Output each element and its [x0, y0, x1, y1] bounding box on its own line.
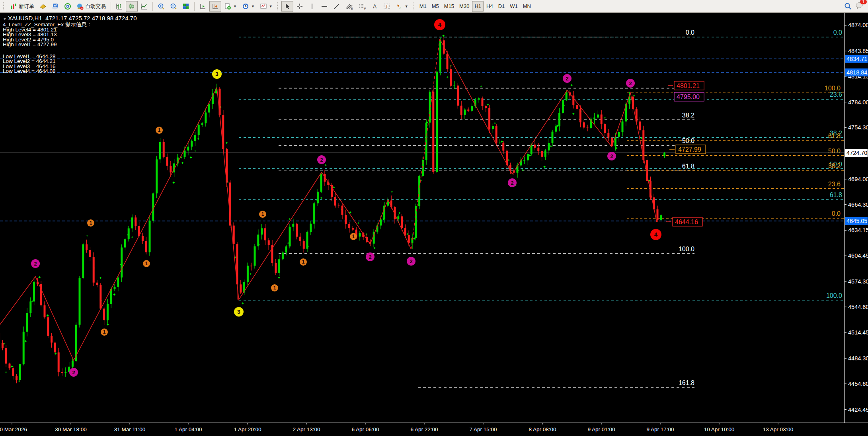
- fib-label: 100.0: [826, 292, 842, 299]
- horizontal-line-tool-button[interactable]: [318, 1, 330, 12]
- candle-body: [562, 100, 564, 113]
- time-axis[interactable]: 30 Mar 202630 Mar 18:0031 Mar 11:001 Apr…: [0, 423, 793, 432]
- tab-timeframe-m30[interactable]: M30: [457, 1, 472, 12]
- fib-set-orange[interactable]: 100.061.850.038.223.60.0: [627, 85, 844, 218]
- price-tick: 4664.30: [848, 201, 868, 208]
- candle-body: [163, 142, 165, 157]
- crosshair-tool-button[interactable]: [294, 1, 306, 12]
- candle-body: [453, 86, 455, 86]
- price-tick: 4574.30: [848, 278, 868, 285]
- svg-text:4: 4: [654, 231, 658, 238]
- candle-body: [607, 133, 609, 138]
- horizontal-line-icon: [321, 3, 328, 10]
- chart-shift-button[interactable]: [209, 1, 221, 12]
- price-tick: 4604.45: [848, 252, 868, 259]
- tile-windows-icon: [182, 3, 189, 10]
- candle-body: [345, 215, 347, 224]
- auto-trading-button[interactable]: 自动交易: [74, 1, 108, 12]
- zoom-out-button[interactable]: [168, 1, 179, 12]
- candle-body: [502, 143, 504, 151]
- candle-body: [5, 348, 7, 364]
- toolbar-grip[interactable]: [413, 2, 415, 10]
- svg-text:1: 1: [273, 285, 276, 291]
- svg-text:4: 4: [438, 21, 442, 28]
- tab-timeframe-mn[interactable]: MN: [521, 1, 533, 12]
- template-icon: [260, 3, 267, 10]
- vertical-line-tool-button[interactable]: [306, 1, 318, 12]
- candle-body: [247, 266, 249, 282]
- svg-text:1: 1: [103, 329, 106, 335]
- candle-body: [201, 123, 203, 125]
- tab-timeframe-w1[interactable]: W1: [507, 1, 520, 12]
- notifications-button[interactable]: 1: [855, 2, 864, 11]
- zigzag-lines: [0, 39, 657, 360]
- toolbar-grip[interactable]: [277, 2, 279, 10]
- candle-body: [482, 98, 484, 106]
- bar-chart-mode-button[interactable]: [113, 1, 125, 12]
- search-icon[interactable]: [844, 2, 852, 10]
- price-chart[interactable]: 0.023.638.250.061.8100.0161.80.023.638.2…: [0, 0, 868, 436]
- chevron-down-icon: ▼: [405, 4, 408, 8]
- candle-body: [82, 244, 84, 278]
- auto-scroll-button[interactable]: [197, 1, 209, 12]
- toolbar-grip[interactable]: [3, 2, 6, 10]
- trendline-tool-button[interactable]: [331, 1, 343, 12]
- fibonacci-tool-button[interactable]: F: [356, 1, 369, 12]
- auto-trading-icon: [76, 3, 84, 10]
- auto-scroll-icon: [199, 3, 207, 10]
- svg-text:3: 3: [215, 71, 218, 77]
- label-tool-button[interactable]: T: [381, 1, 393, 12]
- candle-body: [145, 241, 147, 252]
- tab-timeframe-h1[interactable]: H1: [472, 1, 484, 12]
- tile-windows-button[interactable]: [180, 1, 192, 12]
- templates-button[interactable]: ▼: [257, 1, 275, 12]
- text-tool-button[interactable]: A: [369, 1, 380, 12]
- new-order-button[interactable]: 新订单: [8, 1, 37, 12]
- candle-body: [334, 197, 336, 205]
- market-button[interactable]: [37, 1, 49, 12]
- candle-body: [159, 142, 161, 159]
- candlestick-mode-button[interactable]: [126, 1, 138, 12]
- candles-layer[interactable]: [0, 37, 665, 383]
- candle-body: [457, 86, 459, 106]
- candle-body: [64, 372, 66, 373]
- line-chart-icon: [140, 3, 148, 10]
- candle-body: [166, 157, 168, 166]
- candle-body: [264, 228, 266, 240]
- candle-body: [240, 284, 242, 292]
- candle-body: [352, 228, 354, 230]
- periods-button[interactable]: ▼: [240, 1, 257, 12]
- price-axis[interactable]: 4874.004843.854814.154784.004754.304694.…: [0, 13, 868, 436]
- candle-body: [152, 194, 154, 221]
- candle-body: [447, 54, 449, 69]
- price-tick: 4754.30: [848, 124, 868, 131]
- toolbar-separator: [194, 2, 195, 11]
- candle-body: [26, 313, 28, 332]
- fib-set-cyan[interactable]: 0.023.638.250.061.8100.0: [239, 29, 844, 300]
- zoom-in-button[interactable]: [155, 1, 167, 12]
- tab-timeframe-m1[interactable]: M1: [417, 1, 429, 12]
- candle-body: [485, 106, 487, 108]
- tab-timeframe-m5[interactable]: M5: [429, 1, 441, 12]
- time-tick: 9 Apr 17:00: [646, 426, 674, 432]
- candle-body: [114, 287, 116, 289]
- tab-timeframe-h4[interactable]: H4: [484, 1, 495, 12]
- candle-body: [142, 236, 144, 241]
- tab-timeframe-d1[interactable]: D1: [496, 1, 507, 12]
- candle-body: [170, 166, 172, 172]
- arrows-tool-button[interactable]: ▼: [393, 1, 411, 12]
- charts-cloud-button[interactable]: [49, 1, 61, 12]
- new-chart-button[interactable]: ▼: [222, 1, 239, 12]
- signals-button[interactable]: [62, 1, 74, 12]
- price-tick: 4874.00: [848, 22, 868, 28]
- cursor-tool-button[interactable]: [281, 1, 293, 12]
- tab-timeframe-m15[interactable]: M15: [442, 1, 456, 12]
- line-chart-mode-button[interactable]: [138, 1, 150, 12]
- time-tick: 2 Apr 13:00: [293, 426, 320, 432]
- channel-tool-button[interactable]: E: [343, 1, 356, 12]
- svg-text:4645.05: 4645.05: [847, 218, 867, 224]
- toolbar-separator: [111, 2, 111, 11]
- candle-body: [194, 135, 196, 141]
- candle-body: [306, 232, 308, 248]
- fib-label: 0.0: [833, 29, 842, 36]
